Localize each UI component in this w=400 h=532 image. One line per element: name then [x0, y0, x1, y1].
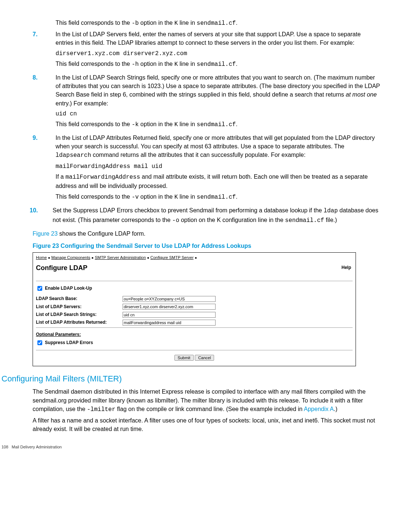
input-servers[interactable]	[123, 304, 216, 310]
list-marker-10: 10.	[20, 206, 53, 227]
figure-caption: Figure 23 Configuring the Sendmail Serve…	[33, 242, 380, 250]
bc-smtp-admin[interactable]: SMTP Server Administration	[95, 255, 146, 260]
enable-ldap-label: Enable LDAP Look-Up	[45, 286, 92, 291]
input-attributes[interactable]	[123, 320, 216, 326]
input-search-base[interactable]	[123, 296, 216, 302]
pre-item-text: This field corresponds to the -b option …	[56, 18, 380, 28]
item-9-p3: This field corresponds to the -v option …	[56, 192, 380, 202]
item-8-code: uid cn	[56, 110, 380, 118]
list-marker-8: 8.	[20, 73, 56, 131]
item-9-p1: In the List of LDAP Attributes Returned …	[56, 134, 380, 160]
item-9-code: mailForwardingAddress mail uid	[56, 162, 380, 171]
item-8-p1: In the List of LDAP Search Strings field…	[56, 73, 380, 108]
bc-configure-smtp[interactable]: Configure SMTP Server	[150, 255, 194, 260]
enable-ldap-checkbox[interactable]	[37, 286, 42, 291]
milter-p2: A filter has a name and a socket interfa…	[33, 416, 380, 433]
suppress-errors-checkbox[interactable]	[37, 340, 42, 345]
optional-params-heading: Optional Parameters:	[36, 331, 353, 338]
bc-sep-icon: ●	[195, 256, 197, 260]
label-search-strings: List of LDAP Search Strings:	[36, 312, 123, 318]
list-marker-7: 7.	[20, 30, 56, 71]
breadcrumb: Home ● Manage Components ● SMTP Server A…	[36, 255, 353, 261]
bc-sep-icon: ●	[48, 256, 50, 260]
bc-sep-icon: ●	[91, 256, 94, 260]
submit-button[interactable]: Submit	[174, 355, 194, 361]
item-7-p2: This field corresponds to the -h option …	[56, 60, 380, 69]
list-marker-9: 9.	[20, 134, 56, 204]
bc-manage-components[interactable]: Manage Components	[51, 255, 90, 260]
bc-home[interactable]: Home	[36, 255, 47, 260]
figure-intro: Figure 23 shows the Configure LDAP form.	[33, 229, 380, 238]
figure-screenshot: Home ● Manage Components ● SMTP Server A…	[33, 252, 356, 366]
milter-p1: The Sendmail daemon distributed in this …	[33, 387, 380, 414]
input-search-strings[interactable]	[123, 312, 216, 318]
item-7-p1: In the List of LDAP Servers field, enter…	[56, 30, 380, 47]
suppress-errors-label: Suppress LDAP Errors	[45, 340, 93, 345]
item-7-code: dirserver1.xyz.com dirserver2.xyz.com	[56, 50, 380, 58]
item-9-p2: If a mailForwardingAddress and mail attr…	[56, 172, 380, 190]
help-link[interactable]: Help	[341, 265, 351, 271]
figure-link[interactable]: Figure 23	[33, 230, 58, 237]
page-title: Configure LDAP	[36, 263, 87, 273]
appendix-link[interactable]: Appendix A	[304, 406, 334, 412]
page-footer: 108 Mail Delivery Administration	[1, 444, 380, 450]
cancel-button[interactable]: Cancel	[195, 355, 214, 361]
section-heading-milter: Configuring Mail Filters (MILTER)	[1, 373, 380, 385]
bc-sep-icon: ●	[147, 256, 149, 260]
item-8-p2: This field corresponds to the -k option …	[56, 120, 380, 129]
item-10-p1: Set the Suppress LDAP Errors checkbox to…	[53, 206, 380, 225]
label-servers: List of LDAP Servers:	[36, 304, 123, 310]
label-search-base: LDAP Search Base:	[36, 296, 123, 302]
label-attributes: List of LDAP Attributes Returned:	[36, 319, 123, 326]
